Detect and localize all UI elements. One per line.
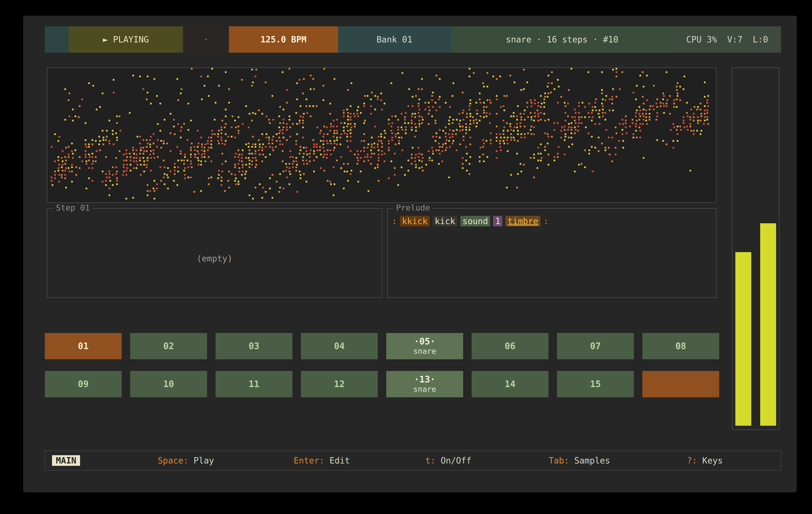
step-label: 08 — [675, 341, 686, 351]
prelude-code[interactable]: :kkickkicksound1timbre: — [392, 216, 551, 226]
step-button-14[interactable]: 14 — [472, 371, 549, 397]
prelude-panel-title: Prelude — [394, 203, 433, 212]
pattern-info: snare · 16 steps · #10 — [451, 26, 673, 53]
step-empty-text: (empty) — [47, 253, 382, 263]
step-button-05[interactable]: ·05· snare — [386, 333, 463, 359]
hint-label: Edit — [329, 456, 350, 465]
step-button-04[interactable]: 04 — [301, 333, 378, 359]
hint-label: Play — [194, 456, 214, 465]
step-label: 03 — [249, 341, 260, 351]
step-panel-title: Step 01 — [53, 203, 92, 212]
bpm-display[interactable]: 125.0 BPM — [229, 26, 338, 53]
system-stats: CPU 3% V:7 L:0 — [673, 26, 781, 53]
step-button-08[interactable]: 08 — [642, 333, 719, 359]
step-label: 11 — [249, 379, 260, 389]
step-button-13[interactable]: ·13· snare — [386, 371, 463, 397]
step-label: 01 — [78, 341, 89, 351]
step-button-11[interactable]: 11 — [215, 371, 292, 397]
code-token: sound — [460, 216, 490, 226]
step-button-15[interactable]: 15 — [557, 371, 634, 397]
step-button-01[interactable]: 01 — [45, 333, 122, 359]
step-label: 15 — [590, 379, 601, 389]
step-label: 02 — [163, 341, 174, 351]
level-meter-right — [760, 223, 776, 426]
code-token: kkick — [400, 216, 430, 226]
hint-key: t — [425, 456, 441, 465]
code-token: : — [392, 216, 397, 226]
transport-status[interactable]: ► PLAYING — [68, 26, 183, 53]
hint-label: Keys — [702, 456, 723, 465]
step-button-02[interactable]: 02 — [130, 333, 207, 359]
step-sample-name: snare — [413, 385, 436, 394]
hint-samples: TabSamples — [549, 456, 610, 465]
step-label: 06 — [505, 341, 516, 351]
step-button-03[interactable]: 03 — [215, 333, 292, 359]
step-label: ·13· — [414, 374, 435, 384]
pattern-visualization[interactable] — [47, 68, 716, 203]
step-button-09[interactable]: 09 — [45, 371, 122, 397]
step-button-16[interactable] — [642, 371, 719, 397]
prelude-panel: Prelude :kkickkicksound1timbre: — [387, 208, 717, 298]
hint-edit: EnterEdit — [294, 456, 350, 465]
visualization-panel — [47, 67, 717, 203]
step-button-06[interactable]: 06 — [472, 333, 549, 359]
step-button-07[interactable]: 07 — [557, 333, 634, 359]
hint-key: ? — [687, 456, 702, 465]
step-button-12[interactable]: 12 — [301, 371, 378, 397]
bank-display[interactable]: Bank 01 — [338, 26, 451, 53]
step-label: 10 — [163, 379, 174, 389]
level-meter-left — [735, 252, 751, 426]
status-bar: ► PLAYING · 125.0 BPM Bank 01 snare · 16… — [45, 26, 781, 53]
hint-key: Tab — [549, 456, 574, 465]
code-token: : — [543, 216, 549, 226]
step-label: 07 — [590, 341, 601, 351]
meter-panel — [732, 67, 779, 430]
step-label: 04 — [334, 341, 345, 351]
app-window: ► PLAYING · 125.0 BPM Bank 01 snare · 16… — [23, 16, 797, 492]
hint-key: Space — [158, 456, 194, 465]
hint-label: Samples — [574, 456, 610, 465]
hint-label: On/Off — [441, 456, 471, 465]
code-token: timbre — [505, 216, 541, 226]
step-label: 14 — [505, 379, 516, 389]
step-label: 12 — [334, 379, 345, 389]
step-sample-name: snare — [413, 346, 436, 356]
statusbar-spacer — [45, 26, 68, 53]
hint-keys: ?Keys — [687, 456, 723, 465]
statusbar-separator: · — [183, 26, 229, 53]
hint-play: SpacePlay — [158, 456, 214, 465]
step-label: 09 — [78, 379, 89, 389]
hint-key: Enter — [294, 456, 329, 465]
step-label: ·05· — [414, 337, 435, 346]
step-grid: 01 02 03 04 ·05· snare 06 07 08 — [45, 333, 719, 397]
code-token: 1 — [493, 216, 502, 226]
code-token: kick — [433, 216, 457, 226]
footer-bar: MAIN SpacePlay EnterEdit tOn/Off TabSamp… — [45, 451, 781, 471]
hint-onoff: tOn/Off — [425, 456, 471, 465]
step-button-10[interactable]: 10 — [130, 371, 207, 397]
step-detail-panel: Step 01 (empty) — [47, 208, 382, 298]
mode-badge: MAIN — [52, 455, 80, 466]
